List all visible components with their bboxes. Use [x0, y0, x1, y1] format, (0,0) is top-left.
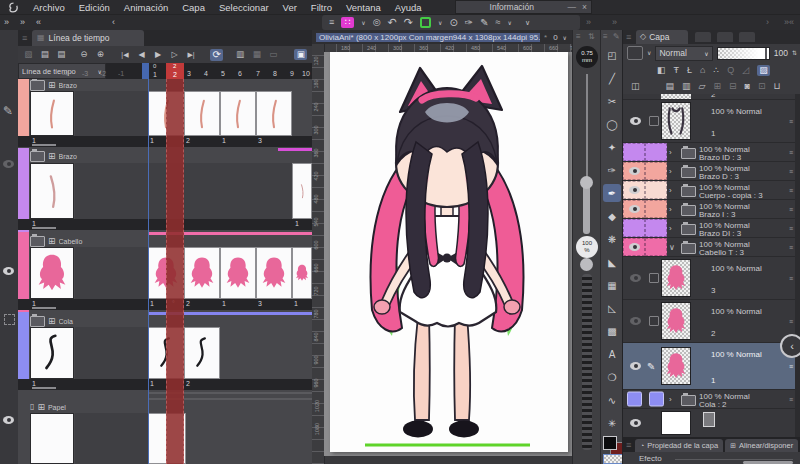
opacity-handle[interactable] — [580, 258, 593, 271]
eye-icon[interactable] — [630, 274, 641, 282]
layer-thumbnail[interactable] — [661, 102, 691, 140]
mask-dots-icon[interactable]: ∴ — [713, 66, 719, 75]
zoom-cursor-icon[interactable]: ⊙ — [449, 18, 457, 28]
sliders-icon[interactable]: ≈ — [496, 18, 501, 27]
menu-seleccionar[interactable]: Seleccionar — [219, 2, 269, 13]
layer-opacity-value[interactable]: 100 — [774, 48, 788, 58]
fill-tool[interactable]: ◣ — [603, 253, 621, 271]
operation-tool[interactable]: ◰ — [603, 46, 621, 64]
row-menu-icon[interactable]: ≡ — [789, 318, 793, 325]
panel-expand-icon[interactable]: » — [612, 18, 617, 27]
zoom-out-icon[interactable]: ⊖ — [79, 50, 90, 59]
track-thumbnail[interactable] — [30, 163, 74, 219]
expander-icon[interactable]: › — [669, 395, 672, 404]
layer-color-chip[interactable] — [623, 143, 645, 161]
expander-icon[interactable]: › — [669, 224, 672, 233]
layer-color-icon[interactable]: ▨ — [757, 65, 770, 76]
layer-color-chip[interactable] — [645, 238, 667, 256]
onion-skin-icon[interactable]: ▥ — [235, 50, 246, 59]
clip-below-icon[interactable]: Ŧ — [674, 66, 680, 75]
decoration-tool[interactable]: ▩ — [603, 322, 621, 340]
checkbox-icon[interactable] — [649, 316, 659, 326]
frame-cell[interactable] — [256, 91, 292, 136]
layer-thumbnail[interactable] — [661, 302, 691, 340]
delete-layer-icon[interactable]: ⊔ — [774, 82, 781, 91]
layer-row[interactable]: 100 % Normal 3 ≡ — [623, 257, 800, 300]
chevron-down-icon[interactable]: ∨ — [361, 20, 365, 26]
lasso-tool[interactable]: ◯ — [603, 115, 621, 133]
tab-capa[interactable]: ◇ Capa — [636, 30, 688, 44]
layer-row-folder[interactable]: ∨ 100 % Normal Cabello T : 3 ≡ — [623, 238, 800, 257]
frame-cell[interactable] — [184, 91, 220, 136]
new-vector-layer-icon[interactable]: ▥ — [682, 82, 691, 91]
opacity-track[interactable] — [582, 274, 592, 450]
layer-row[interactable]: 100 % Normal 2 ≡ — [623, 300, 800, 343]
redo-icon[interactable]: ↷ — [404, 17, 413, 28]
selection-launcher-icon[interactable] — [420, 17, 431, 28]
combine-mode-icon[interactable] — [627, 46, 643, 60]
eraser-tool[interactable]: ◆ — [603, 207, 621, 225]
brush-size-badge[interactable]: 0.75 mm — [576, 46, 598, 68]
paper-color-icon[interactable] — [649, 392, 664, 407]
timeline-ruler[interactable]: Línea de tiempo ∨ -4 -3 -2 -1 0 1 2 2 3 … — [18, 63, 312, 79]
eye-icon[interactable] — [3, 160, 14, 168]
layer-row-folder[interactable]: › 100 % Normal Cola : 2 ≡ — [623, 390, 800, 409]
move-tool[interactable]: ╱ — [603, 69, 621, 87]
panel-split-icon[interactable]: ◫ — [631, 82, 640, 91]
back-arrow-icon[interactable]: ‹ — [112, 18, 115, 27]
alpha-lock-icon[interactable]: Ł — [687, 66, 692, 75]
merge-visible-icon[interactable]: ⊟ — [729, 82, 737, 91]
stepper-icon[interactable]: ⇅ — [792, 50, 797, 56]
opacity-slider-thumb[interactable] — [765, 48, 767, 59]
track-header-brazo-2[interactable]: ⊞ Brazo — [30, 150, 85, 162]
tab-propiedad-de-la-capa[interactable]: ◔ Propiedad de la capa — [635, 439, 723, 452]
eye-icon[interactable] — [629, 167, 640, 175]
row-menu-icon[interactable]: ≡ — [789, 187, 793, 194]
layer-color-chip[interactable] — [645, 200, 667, 218]
panel-expand-icon[interactable]: » — [586, 18, 591, 27]
layer-color-chip[interactable] — [645, 162, 667, 180]
expander-icon[interactable]: › — [669, 167, 672, 176]
swap-icon[interactable]: ⇅ — [588, 33, 595, 41]
eyedropper-icon[interactable]: ✑ — [465, 18, 473, 28]
track-header-brazo[interactable]: ⊞ Brazo — [30, 79, 85, 91]
render-mode-icon[interactable]: ▣ — [294, 49, 307, 60]
dock-collapse-icon[interactable]: « — [36, 18, 41, 27]
dock-expand-icon[interactable]: » — [4, 18, 9, 27]
frame-cell[interactable] — [220, 247, 256, 299]
correction-tool[interactable]: ∿ — [603, 391, 621, 409]
layer-row-folder[interactable]: › 100 % Normal Brazo I : 3 ≡ — [623, 200, 800, 219]
close-icon[interactable]: × — [582, 2, 587, 12]
selection-tool[interactable]: ✂ — [603, 92, 621, 110]
expander-icon[interactable]: › — [669, 148, 672, 157]
reference-icon[interactable]: Q — [727, 66, 734, 75]
empty-frames[interactable] — [75, 327, 148, 379]
eye-icon[interactable] — [629, 205, 640, 213]
new-folder-icon[interactable]: ▱ — [699, 82, 706, 91]
row-menu-icon[interactable]: ≡ — [789, 168, 793, 175]
camera-icon[interactable]: ▭ — [268, 50, 279, 59]
tab-hidden-1[interactable] — [695, 32, 711, 42]
layer-row-folder[interactable]: › 100 % Normal Brazo ID : 3 ≡ — [623, 143, 800, 162]
new-cel-icon[interactable]: ⊞ — [48, 317, 56, 326]
minimize-icon[interactable]: — — [568, 2, 577, 12]
eye-icon[interactable] — [630, 117, 641, 125]
paper-color-icon[interactable] — [627, 392, 642, 407]
layer-thumbnail[interactable] — [661, 259, 691, 297]
timeline-thumbnail-icon[interactable]: ▧ — [23, 50, 34, 59]
track-thumbnail[interactable] — [30, 327, 74, 379]
expander-icon[interactable]: › — [669, 205, 672, 214]
play-icon[interactable]: ▶ — [153, 51, 164, 59]
first-frame-icon[interactable]: |◀ — [120, 51, 131, 58]
row-menu-icon[interactable]: ≡ — [789, 275, 793, 282]
eye-icon[interactable] — [629, 186, 640, 194]
track-header-cola[interactable]: ⊞ Cola — [30, 315, 85, 327]
opacity-badge[interactable]: 100 % — [576, 236, 598, 258]
new-cel-icon[interactable]: ⊞ — [37, 403, 45, 412]
layer-row-folder[interactable]: › 100 % Normal Brazo DI : 3 ≡ — [623, 219, 800, 238]
brush-size-handle[interactable] — [580, 176, 593, 189]
zoom-in-icon[interactable]: ⊕ — [95, 50, 106, 59]
layer-row-folder[interactable]: › 100 % Normal Cuerpo - copia : 3 ≡ — [623, 181, 800, 200]
main-color-swatch[interactable] — [603, 436, 617, 450]
opacity-slider[interactable] — [717, 47, 770, 60]
